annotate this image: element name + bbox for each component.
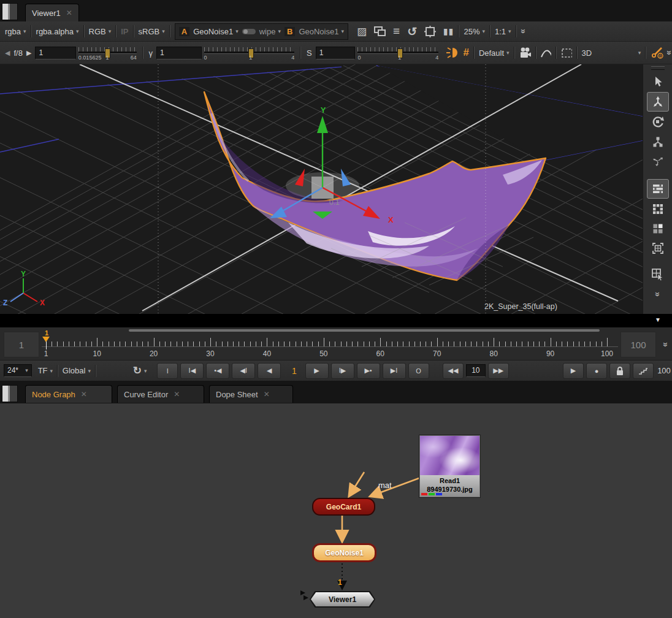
a-buffer-label[interactable]: A xyxy=(179,27,189,36)
pane-layout-icon[interactable] xyxy=(2,3,18,20)
play-backward-button[interactable]: ◀ xyxy=(258,363,281,379)
toolbar-handle[interactable] xyxy=(651,66,665,70)
play-forward-button[interactable]: ▶ xyxy=(305,363,329,379)
tab-curve-editor[interactable]: Curve Editor ✕ xyxy=(117,385,204,403)
gamma-slider[interactable]: 0 1 4 xyxy=(204,46,295,59)
view-mode-dropdown[interactable]: 3D▾ xyxy=(582,48,641,58)
b-buffer-label[interactable]: B xyxy=(284,27,295,36)
nuke-window: { "icons":{ "caret":"▾","tri_down":"▼","… xyxy=(0,0,672,618)
lut-curve-icon[interactable] xyxy=(541,47,552,58)
roi-select-icon[interactable] xyxy=(561,48,572,58)
refresh-icon[interactable]: ↺ xyxy=(407,25,417,39)
node-viewer1[interactable]: Viewer1 xyxy=(310,591,375,608)
a-input-dropdown[interactable]: GeoNoise1▾ xyxy=(193,27,239,36)
toolbar2-overflow-icon[interactable]: » xyxy=(665,50,672,55)
wipe-toggle[interactable] xyxy=(242,29,256,34)
range-mode-dropdown[interactable]: Global▾ xyxy=(63,366,91,375)
next-keyframe-button[interactable]: ▶• xyxy=(357,363,380,379)
channels-dropdown[interactable]: rgba▾ xyxy=(5,27,26,36)
close-icon[interactable]: ✕ xyxy=(264,390,270,399)
ruler-tick xyxy=(375,341,375,346)
skew-tool-icon[interactable] xyxy=(647,152,668,170)
camera-icon[interactable] xyxy=(519,47,531,58)
timeline-ruler[interactable]: 1102030405060708090100 1 xyxy=(42,327,618,360)
layer-dropdown[interactable]: rgba.alpha▾ xyxy=(36,27,79,36)
in-point-button[interactable]: I xyxy=(157,363,178,379)
step-back-button[interactable]: ◀I xyxy=(232,363,255,379)
scanline-icon[interactable]: ≡ xyxy=(393,25,400,38)
fstop-down-icon[interactable]: ◀ xyxy=(5,49,10,57)
proxy-toggle-icon[interactable]: ▨ xyxy=(357,25,367,38)
out-point-button[interactable]: O xyxy=(408,363,429,379)
fstop-up-icon[interactable]: ▶ xyxy=(26,49,31,57)
toolbar-overflow-icon[interactable]: » xyxy=(519,29,529,34)
timeline-overflow-icon[interactable]: » xyxy=(661,342,671,347)
tab-dope-sheet[interactable]: Dope Sheet ✕ xyxy=(209,385,293,403)
input-process-toggle[interactable]: IP xyxy=(121,27,128,36)
rotate-tool-icon[interactable] xyxy=(647,113,668,131)
select-tool-icon[interactable] xyxy=(647,72,668,91)
saturation-slider[interactable]: 0 1 4 xyxy=(357,46,438,59)
pane-layout-icon[interactable] xyxy=(2,385,18,402)
pause-icon[interactable]: ▮▮ xyxy=(443,26,454,36)
resize-handles-icon[interactable] xyxy=(647,200,668,218)
viewer-preset-dropdown[interactable]: Default▾ xyxy=(479,48,510,58)
goto-start-button[interactable]: I◀ xyxy=(180,363,204,379)
wipe-mode-dropdown[interactable]: wipe▾ xyxy=(259,27,281,36)
pixel-aspect-dropdown[interactable]: 1:1▾ xyxy=(495,27,511,36)
tab-node-graph[interactable]: Node Graph ✕ xyxy=(25,385,112,403)
pick-layout-icon[interactable] xyxy=(647,265,668,283)
viewer-3d-scene[interactable]: Y X 0.1 Y X Z 2K_Super_35(full-ap) xyxy=(0,64,643,314)
flipbook-button[interactable]: ▶ xyxy=(563,363,584,379)
downrez-icon[interactable] xyxy=(374,26,386,36)
node-geonoise1[interactable]: GeoNoise1 xyxy=(312,543,376,562)
ruler-tick xyxy=(86,341,86,346)
prev-keyframe-button[interactable]: •◀ xyxy=(206,363,229,379)
current-frame-display[interactable]: 1 xyxy=(283,366,305,376)
colorspace-dropdown[interactable]: sRGB▾ xyxy=(139,27,165,36)
loop-mode-icon[interactable]: ↻▾ xyxy=(133,364,147,377)
frame-selected-icon[interactable] xyxy=(647,239,668,258)
node-read1[interactable]: Read1 894919730.jpg xyxy=(419,435,480,497)
translate-tool-icon[interactable] xyxy=(647,92,669,112)
close-icon[interactable]: ✕ xyxy=(66,9,72,17)
display-channel-dropdown[interactable]: RGB▾ xyxy=(89,27,112,36)
ruler-tick xyxy=(74,341,75,346)
lock-range-button[interactable] xyxy=(609,363,630,379)
b-input-dropdown[interactable]: GeoNoise1▾ xyxy=(299,27,344,36)
goto-end-button[interactable]: ▶I xyxy=(383,363,406,379)
saturation-input[interactable]: 1 xyxy=(316,47,356,59)
sync-range-button[interactable] xyxy=(633,363,654,379)
node-graph-canvas[interactable]: mat 1 Read1 894919730.jpg GeoCard1 GeoNo… xyxy=(0,403,672,618)
close-icon[interactable]: ✕ xyxy=(174,390,180,399)
decrement-button[interactable]: ◀◀ xyxy=(443,363,464,379)
step-forward-button[interactable]: I▶ xyxy=(331,363,354,379)
roi-icon[interactable] xyxy=(424,26,436,37)
edge-dangling-input[interactable] xyxy=(349,472,364,495)
quad-view-icon[interactable] xyxy=(647,219,668,238)
tab-viewer1[interactable]: Viewer1 ✕ xyxy=(25,4,79,21)
multiview-layout-icon[interactable] xyxy=(647,179,669,199)
tf-dropdown[interactable]: TF▾ xyxy=(38,366,53,375)
record-button[interactable]: ● xyxy=(586,363,607,379)
wireframe-grid-icon[interactable]: # xyxy=(464,47,469,59)
side-toolbar-overflow-icon[interactable]: » xyxy=(652,292,662,297)
zoom-level-dropdown[interactable]: 25%▾ xyxy=(464,27,485,36)
playhead[interactable]: 1 xyxy=(42,330,54,357)
node-geocard1[interactable]: GeoCard1 xyxy=(312,498,375,516)
increment-button[interactable]: ▶▶ xyxy=(488,363,509,379)
gain-slider[interactable]: 0.015625 1 64 xyxy=(78,46,137,59)
fps-dropdown[interactable]: 24*▾ xyxy=(4,364,32,377)
scale-tool-icon[interactable] xyxy=(647,132,668,151)
ruler-tick xyxy=(148,341,148,346)
color-sampler-icon[interactable]: 0 xyxy=(651,46,663,59)
close-icon[interactable]: ✕ xyxy=(81,390,87,399)
info-bar-menu-icon[interactable]: ▼ xyxy=(655,316,661,323)
headlamp-light-icon[interactable] xyxy=(446,47,457,59)
gain-input[interactable]: 1 xyxy=(35,47,75,59)
range-start-box[interactable]: 1 xyxy=(4,332,39,357)
range-end-box[interactable]: 100 xyxy=(620,332,656,357)
gamma-input[interactable]: 1 xyxy=(156,47,201,59)
ruler-tick xyxy=(420,341,421,346)
frame-increment-input[interactable]: 10 xyxy=(466,364,486,377)
